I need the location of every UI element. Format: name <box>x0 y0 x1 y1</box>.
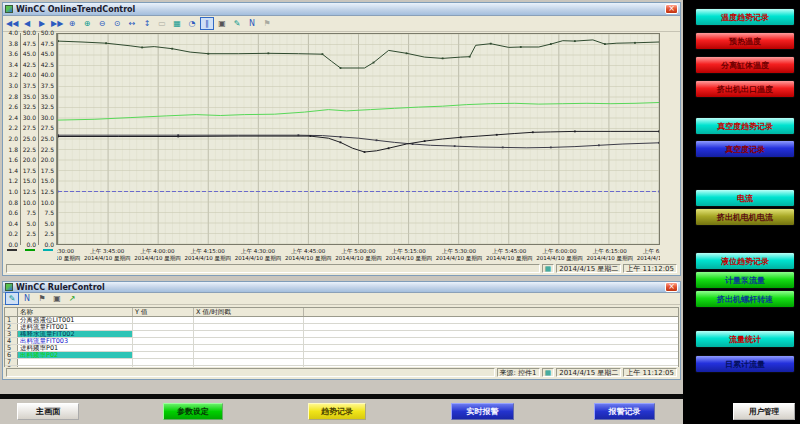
y-axis-tick: 1.0 <box>8 189 18 195</box>
row-y-value <box>133 324 194 330</box>
pan-horizontal-icon[interactable]: ↔ <box>125 17 139 30</box>
row-name: 进料流量FIT001 <box>18 324 133 330</box>
table-row[interactable]: 4出料流量FIT003 <box>5 338 678 345</box>
print-icon[interactable]: ▣ <box>50 292 64 305</box>
x-axis-label: 上午 5:30:002014/4/10 星期四 <box>433 248 485 262</box>
close-icon[interactable]: × <box>665 282 678 292</box>
table-row[interactable]: 7 <box>5 359 678 366</box>
column-header[interactable]: X 值/时间戳 <box>194 308 304 316</box>
vacuum-trend-button[interactable]: 真空度趋势记录 <box>695 117 795 135</box>
y-axis-tick: 2.2 <box>8 125 18 131</box>
ruler-toolbar: ✎N⚑▣↗ <box>3 293 680 305</box>
right-nav-groups: 温度趋势记录预热温度分离缸体温度挤出机出口温度真空度趋势记录真空度记录电流挤出机… <box>695 0 795 373</box>
column-header[interactable]: 名称 <box>18 308 133 316</box>
y-axis-tick: 20.0 <box>23 157 36 163</box>
trend-chart: 4.03.83.63.43.23.02.82.62.42.22.01.81.61… <box>3 33 680 263</box>
y-axis-tick: 2.5 <box>44 231 54 237</box>
pause-icon[interactable]: ∥ <box>200 17 214 30</box>
close-icon[interactable]: × <box>665 4 678 14</box>
zoom-time-icon[interactable]: ⊕ <box>80 17 94 30</box>
y-axis-tick: 47.5 <box>41 41 54 47</box>
main-screen-button[interactable]: 主画面 <box>17 403 79 420</box>
trend-record-button[interactable]: 趋势记录 <box>308 403 366 420</box>
extruder-screw-speed-button[interactable]: 挤出机螺杆转速 <box>695 290 795 308</box>
export-icon[interactable]: ↗ <box>65 292 79 305</box>
y-axis-tick: 50.0 <box>41 30 54 36</box>
row-y-value <box>133 331 194 337</box>
x-date-label: 2014/4/10 星期四 <box>57 255 83 262</box>
parameter-settings-button[interactable]: 参数设定 <box>163 403 223 420</box>
metering-pump-flow-button[interactable]: 计量泵流量 <box>695 271 795 289</box>
y-axis-tick: 37.5 <box>23 83 36 89</box>
separator-body-temperature-button[interactable]: 分离缸体温度 <box>695 56 795 74</box>
pan-vertical-icon[interactable]: ↕ <box>140 17 154 30</box>
time-range-icon[interactable]: ◔ <box>185 17 199 30</box>
axis-color-marker <box>43 249 53 251</box>
stamp-icon[interactable]: ⚑ <box>35 292 49 305</box>
current-button[interactable]: 电流 <box>695 189 795 207</box>
x-date-label: 2014/4/10 星期四 <box>232 255 284 262</box>
y-axis-tick: 0.0 <box>8 242 18 248</box>
y-axis-tick: 32.5 <box>41 104 54 110</box>
report-icon[interactable]: N <box>20 292 34 305</box>
nav-group: 电流挤出机电机电流 <box>695 189 795 226</box>
realtime-alarm-button[interactable]: 实时报警 <box>451 403 514 420</box>
x-time-label: 上午 4:00:00 <box>141 248 175 254</box>
online-trend-control-window: WinCC OnlineTrendControl × ◀◀◀▶▶▶⊕⊕⊖⊙↔↕▭… <box>2 2 681 276</box>
y-axis-tick: 0.2 <box>8 231 18 237</box>
y-axis-tick: 30.0 <box>23 115 36 121</box>
y-axis-tick: 10.0 <box>41 200 54 206</box>
y-axis-tick: 0.8 <box>8 200 18 206</box>
x-time-label: 上午 4:30:00 <box>241 248 275 254</box>
y-axis-tick: 32.5 <box>23 104 36 110</box>
nav-group: 流量统计日累计流量 <box>695 330 795 373</box>
nav-group: 液位趋势记录计量泵流量挤出机螺杆转速 <box>695 252 795 308</box>
report-icon[interactable]: N <box>245 17 259 30</box>
print-icon[interactable]: ▣ <box>215 17 229 30</box>
x-time-label: 上午 6:00:00 <box>543 248 577 254</box>
alarm-record-button[interactable]: 报警记录 <box>594 403 655 420</box>
table-row[interactable]: 5进料频率P01 <box>5 345 678 352</box>
y-axis-tick: 3.4 <box>8 62 18 68</box>
plot-area <box>57 33 660 245</box>
trend-toolbar: ◀◀◀▶▶▶⊕⊕⊖⊙↔↕▭▦◔∥▣✎N⚑ <box>3 16 680 32</box>
ruler-icon[interactable]: ▭ <box>155 17 169 30</box>
row-number: 1 <box>5 317 18 323</box>
extruder-outlet-temperature-button[interactable]: 挤出机出口温度 <box>695 80 795 98</box>
y-axis-tick: 22.5 <box>41 147 54 153</box>
zoom-in-icon[interactable]: ⊕ <box>65 17 79 30</box>
pen-icon[interactable]: ✎ <box>5 292 19 305</box>
pen-icon[interactable]: ✎ <box>230 17 244 30</box>
x-date-label: 2014/4/10 星期四 <box>483 255 535 262</box>
ruler-control-window: WinCC RulerControl × ✎N⚑▣↗ 名称Y 值X 值/时间戳1… <box>2 281 681 380</box>
select-trends-icon[interactable]: ▦ <box>170 17 184 30</box>
extruder-motor-current-button[interactable]: 挤出机电机电流 <box>695 208 795 226</box>
vacuum-record-button[interactable]: 真空度记录 <box>695 140 795 158</box>
row-number: 6 <box>5 352 18 358</box>
user-management-button[interactable]: 用户管理 <box>733 403 795 420</box>
table-row[interactable]: 6出料频率P02 <box>5 352 678 359</box>
y-axis-tick: 17.5 <box>23 168 36 174</box>
column-header[interactable]: Y 值 <box>133 308 194 316</box>
x-axis-label: 上午 5:45:002014/4/10 星期四 <box>483 248 535 262</box>
x-date-label: 2014/4/10 星期四 <box>182 255 234 262</box>
daily-total-flow-button[interactable]: 日累计流量 <box>695 355 795 373</box>
preheat-temperature-button[interactable]: 预热温度 <box>695 32 795 50</box>
row-filler <box>304 338 678 344</box>
header-filler <box>304 308 678 316</box>
stamp-icon[interactable]: ⚑ <box>260 17 274 30</box>
axis-color-marker <box>7 249 17 251</box>
flow-statistics-button[interactable]: 流量统计 <box>695 330 795 348</box>
temperature-trend-button[interactable]: 温度趋势记录 <box>695 8 795 26</box>
x-axis-label: 上午 4:45:002014/4/10 星期四 <box>282 248 334 262</box>
level-trend-button[interactable]: 液位趋势记录 <box>695 252 795 270</box>
table-row[interactable]: 3稀释水流量FIT002 <box>5 331 678 338</box>
row-number: 3 <box>5 331 18 337</box>
trend-statusbar: ▦ 2014/4/15 星期二 上午 11:12:05 <box>4 263 679 274</box>
zoom-reset-icon[interactable]: ⊙ <box>110 17 124 30</box>
y-axis-tick: 35.0 <box>41 94 54 100</box>
status-spacer <box>6 368 495 377</box>
table-row[interactable]: 2进料流量FIT001 <box>5 324 678 331</box>
table-row[interactable]: 1分离器液位LIT001 <box>5 317 678 324</box>
zoom-out-icon[interactable]: ⊖ <box>95 17 109 30</box>
